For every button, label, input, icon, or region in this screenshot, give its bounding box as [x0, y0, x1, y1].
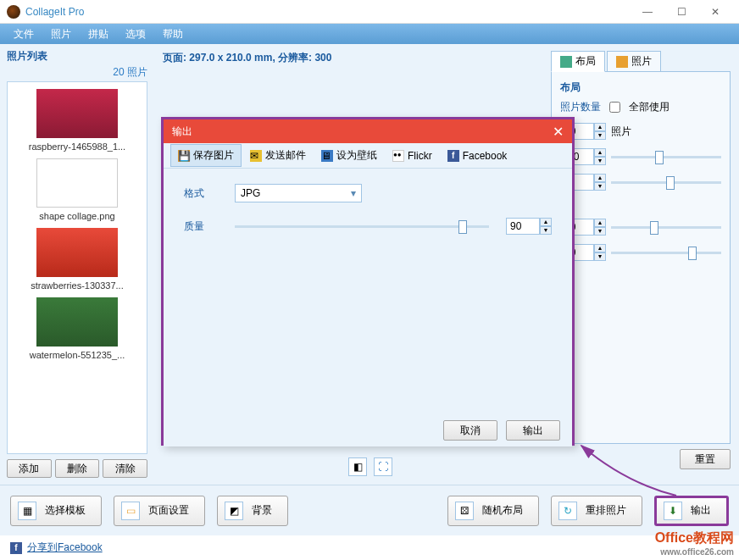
spin-down[interactable]: ▼: [594, 227, 606, 236]
use-all-label: 全部使用: [629, 100, 670, 114]
spin-down[interactable]: ▼: [594, 182, 606, 191]
wallpaper-icon: 🖥: [321, 150, 333, 162]
rotation-slider[interactable]: [611, 219, 721, 236]
background-icon: ◩: [225, 502, 243, 520]
spin-down[interactable]: ▼: [594, 131, 606, 140]
right-tabs: 布局 照片: [551, 51, 731, 72]
menu-help[interactable]: 帮助: [154, 27, 192, 42]
spin-up[interactable]: ▲: [540, 218, 552, 226]
rotation-group-title: 转: [560, 199, 721, 213]
dialog-footer: 取消 输出: [164, 414, 572, 446]
list-item[interactable]: watermelon-551235_...: [11, 297, 143, 360]
tab-photo[interactable]: 照片: [607, 51, 661, 72]
photo-list-title: 照片列表: [7, 49, 147, 64]
use-all-checkbox[interactable]: [609, 102, 620, 113]
refresh-icon: ↻: [558, 502, 577, 520]
thumbnail-image: [36, 158, 118, 208]
layout-group-title: 布局: [560, 80, 721, 95]
template-icon: ▦: [18, 502, 36, 520]
add-button[interactable]: 添加: [7, 459, 52, 478]
dialog-close-button[interactable]: ✕: [553, 124, 564, 140]
quality-label: 质量: [184, 219, 235, 234]
menu-bar: 文件 照片 拼贴 选项 帮助: [0, 24, 739, 44]
spin-up[interactable]: ▲: [594, 174, 606, 182]
thumbnail-caption: raspberry-1465988_1...: [11, 141, 143, 152]
facebook-icon: f: [10, 542, 22, 554]
format-value: JPG: [241, 187, 260, 199]
layout-icon: [560, 56, 572, 68]
flickr-icon: ●●: [392, 150, 404, 162]
reset-button[interactable]: 重置: [680, 449, 731, 469]
menu-file[interactable]: 文件: [5, 27, 42, 42]
fit-icon[interactable]: ⛶: [374, 457, 392, 476]
tab-save-image[interactable]: 💾保存图片: [170, 144, 242, 167]
facebook-icon: f: [447, 150, 459, 162]
list-item[interactable]: shape collage.png: [11, 158, 143, 221]
thumbnail-image: [36, 89, 118, 138]
thumbnail-caption: watermelon-551235_...: [11, 350, 143, 360]
page-icon: ▭: [121, 502, 140, 520]
thumbnail-image: [36, 297, 118, 347]
tab-layout[interactable]: 布局: [551, 51, 605, 72]
export-icon: ⬇: [664, 502, 682, 520]
app-icon: [7, 5, 20, 19]
spin-down[interactable]: ▼: [594, 157, 606, 165]
left-panel: 照片列表 20 照片 raspberry-1465988_1... shape …: [0, 44, 154, 485]
crop-icon[interactable]: ◧: [348, 457, 367, 476]
tab-wallpaper[interactable]: 🖥设为壁纸: [314, 145, 384, 166]
save-icon: 💾: [178, 150, 190, 162]
maximize-button[interactable]: ☐: [664, 1, 698, 23]
window-controls: — ☐ ✕: [631, 1, 732, 23]
minimize-button[interactable]: —: [631, 1, 664, 23]
quality-spinner[interactable]: ▲▼: [506, 218, 552, 235]
sparse-slider[interactable]: [611, 244, 721, 261]
quality-input[interactable]: [506, 218, 540, 235]
thumbnail-list[interactable]: raspberry-1465988_1... shape collage.png…: [7, 81, 147, 454]
list-item[interactable]: strawberries-130337...: [11, 228, 143, 291]
title-bar: CollageIt Pro — ☐ ✕: [0, 0, 739, 24]
quality-slider[interactable]: [235, 218, 489, 235]
select-template-button[interactable]: ▦选择模板: [10, 496, 102, 526]
list-item[interactable]: raspberry-1465988_1...: [11, 89, 143, 152]
share-facebook-link[interactable]: f 分享到Facebook: [10, 541, 103, 555]
tab-flickr[interactable]: ●●Flickr: [386, 147, 439, 165]
format-combo[interactable]: JPG ▾: [235, 184, 362, 202]
photo-count: 20 照片: [7, 65, 147, 80]
spin-up[interactable]: ▲: [594, 219, 606, 227]
dialog-body: 格式 JPG ▾ 质量 ▲▼: [164, 169, 572, 414]
tab-facebook[interactable]: fFacebook: [441, 147, 514, 165]
thumbnail-caption: strawberries-130337...: [11, 280, 143, 291]
format-label: 格式: [184, 186, 235, 201]
right-content: 布局 照片数量 全部使用 ▲▼ 照片 ▲▼: [551, 71, 731, 444]
menu-photo[interactable]: 照片: [42, 27, 80, 42]
center-tools: ◧ ⛶: [348, 457, 392, 476]
close-button[interactable]: ✕: [698, 1, 732, 23]
spin-up[interactable]: ▲: [594, 123, 606, 131]
random-layout-button[interactable]: ⚄随机布局: [447, 496, 539, 526]
spin-down[interactable]: ▼: [594, 252, 606, 261]
confirm-export-button[interactable]: 输出: [506, 420, 560, 441]
thumbnail-caption: shape collage.png: [11, 211, 143, 221]
menu-options[interactable]: 选项: [117, 27, 154, 42]
annotation-arrow: [575, 441, 685, 500]
export-dialog: 输出 ✕ 💾保存图片 ✉发送邮件 🖥设为壁纸 ●●Flickr fFaceboo…: [161, 117, 575, 446]
chevron-down-icon: ▾: [351, 187, 356, 199]
left-buttons: 添加 删除 清除: [7, 459, 147, 478]
spin-down[interactable]: ▼: [540, 226, 552, 235]
page-info: 页面: 297.0 x 210.0 mm, 分辨率: 300: [163, 51, 534, 65]
spin-up[interactable]: ▲: [594, 244, 606, 252]
dialog-title-bar: 输出 ✕: [164, 119, 572, 143]
margin-slider[interactable]: [611, 174, 721, 191]
delete-button[interactable]: 删除: [55, 459, 100, 478]
mail-icon: ✉: [250, 150, 262, 162]
cancel-button[interactable]: 取消: [443, 420, 497, 441]
menu-collage[interactable]: 拼贴: [80, 27, 117, 42]
spacing-slider[interactable]: [611, 148, 721, 165]
clear-button[interactable]: 清除: [103, 459, 147, 478]
watermark: Office教程网 www.office26.com: [655, 530, 734, 557]
dice-icon: ⚄: [455, 502, 474, 520]
page-setup-button[interactable]: ▭页面设置: [114, 496, 205, 526]
spin-up[interactable]: ▲: [594, 148, 606, 157]
background-button[interactable]: ◩背景: [217, 496, 288, 526]
tab-send-mail[interactable]: ✉发送邮件: [243, 145, 313, 166]
